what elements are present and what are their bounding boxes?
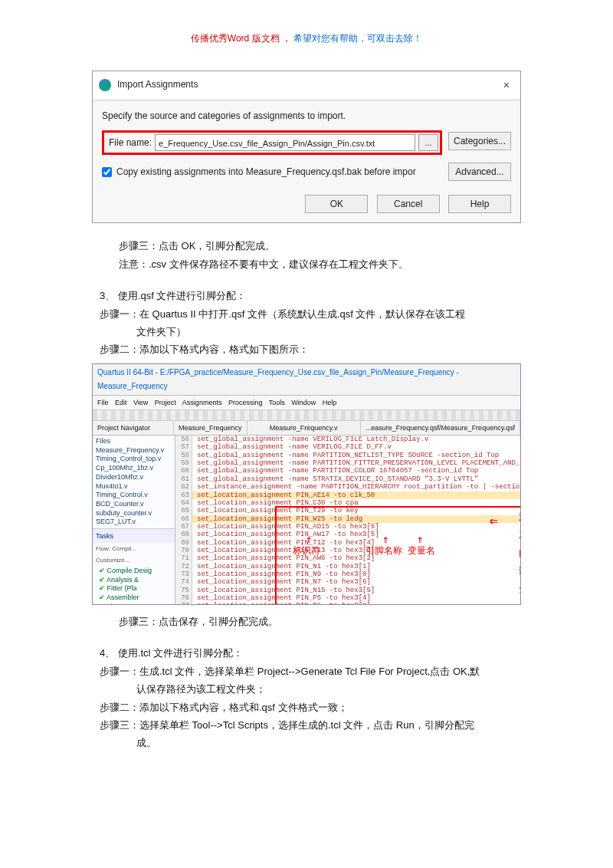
code-line[interactable]: 75set_location_assignment PIN_N15 -to he… bbox=[175, 587, 520, 594]
code-text: set_location_assignment PIN_AD15 -to hex… bbox=[192, 523, 379, 531]
copy-existing-checkbox[interactable] bbox=[102, 167, 112, 177]
task-item[interactable]: Compile Desig bbox=[93, 567, 175, 576]
close-icon[interactable]: × bbox=[499, 76, 514, 95]
code-line[interactable]: 64set_location_assignment PIN_C30 -to cp… bbox=[175, 499, 520, 507]
code-text: set_location_assignment PIN_N1 -to hex3[… bbox=[192, 563, 371, 570]
dialog-title: Import Assignments bbox=[117, 77, 198, 94]
code-text: set_location_assignment PIN_C30 -to cpa bbox=[192, 499, 359, 507]
code-line[interactable]: 61set_global_assignment -name STRATIX_DE… bbox=[175, 475, 520, 483]
code-line[interactable]: 59set_global_assignment -name PARTITION_… bbox=[175, 459, 520, 467]
file-item[interactable]: subduty_counter.v bbox=[96, 509, 172, 518]
annotation-identifier: 标识符 bbox=[293, 543, 320, 560]
section-4-step1b: 认保存路径为该工程文件夹； bbox=[136, 680, 567, 698]
file-item[interactable]: Measure_Frequency.v bbox=[96, 446, 172, 455]
task-item[interactable]: TimeQuest bbox=[93, 603, 175, 604]
code-line[interactable]: 56set_global_assignment -name VERILOG_FI… bbox=[175, 436, 520, 443]
header-note: 传播优秀Word 版文档 ， 希望对您有帮助，可双击去除！ bbox=[46, 31, 567, 48]
line-number: 56 bbox=[175, 436, 192, 443]
section-3-step2: 步骤二：添加以下格式内容，格式如下图所示： bbox=[136, 340, 567, 358]
tasks-panel-title: Tasks bbox=[93, 528, 175, 543]
flow-label[interactable]: Flow: Compil... Customize... bbox=[93, 543, 175, 567]
code-line[interactable]: 76set_location_assignment PIN_P5 -to hex… bbox=[175, 594, 520, 602]
line-number: 68 bbox=[175, 531, 192, 538]
task-item[interactable]: Fitter (Pla bbox=[93, 584, 175, 593]
line-number: 58 bbox=[175, 452, 192, 459]
code-text: set_global_assignment -name VERILOG_FILE… bbox=[192, 443, 392, 451]
qsf-code-editor[interactable]: 56set_global_assignment -name VERILOG_FI… bbox=[175, 436, 520, 604]
code-line[interactable]: 65set_location_assignment PIN_T29 -to ke… bbox=[175, 507, 520, 515]
line-number: 61 bbox=[175, 475, 192, 483]
quartus-tab-row: Project Navigator Measure_Frequency Meas… bbox=[93, 421, 520, 436]
code-line[interactable]: 62set_instance_assignment -name PARTITIO… bbox=[175, 483, 520, 491]
file-item[interactable]: SEG7_LUT.v bbox=[96, 518, 172, 527]
line-number: 65 bbox=[175, 507, 192, 515]
browse-button[interactable]: ... bbox=[418, 134, 438, 151]
code-text: set_global_assignment -name VERILOG_FILE… bbox=[192, 436, 428, 443]
project-navigator-label: Project Navigator bbox=[93, 421, 174, 435]
file-item[interactable]: Files bbox=[96, 437, 172, 446]
header-red: 传播优秀Word 版文档 ， bbox=[191, 33, 291, 44]
code-text: set_instance_assignment -name PARTITION_… bbox=[192, 483, 520, 491]
code-line[interactable]: 74set_location_assignment PIN_N7 -to hex… bbox=[175, 578, 520, 586]
files-list[interactable]: FilesMeasure_Frequency.vTiming_Control_t… bbox=[93, 436, 175, 528]
file-name-row: File name: e_Frequency_Use.csv_file_Assi… bbox=[102, 130, 442, 155]
code-text: set_location_assignment PIN_P5 -to hex3[… bbox=[192, 594, 371, 602]
code-line[interactable]: 72set_location_assignment PIN_N1 -to hex… bbox=[175, 563, 520, 570]
cancel-button[interactable]: Cancel bbox=[377, 195, 440, 213]
tab-measure-frequency[interactable]: Measure_Frequency bbox=[174, 421, 247, 435]
tab-measure-frequency-v[interactable]: Measure_Frequency.v bbox=[247, 421, 361, 435]
section-4-title: 4、 使用.tcl 文件进行引脚分配： bbox=[100, 644, 536, 662]
code-line[interactable]: 60set_global_assignment -name PARTITION_… bbox=[175, 467, 520, 475]
code-text: set_location_assignment PIN_N15 -to hex3… bbox=[192, 587, 375, 594]
line-number: 76 bbox=[175, 594, 192, 602]
dialog-description: Specify the source and categories of ass… bbox=[102, 108, 511, 125]
file-item[interactable]: Timing_Control_top.v bbox=[96, 455, 172, 464]
line-number: 72 bbox=[175, 563, 192, 570]
tasks-list[interactable]: Compile DesigAnalysis & Fitter (PlaAssem… bbox=[93, 567, 175, 604]
code-line[interactable]: 63set_location_assignment PIN_AE14 -to c… bbox=[175, 492, 520, 499]
code-line[interactable]: 70set_location_assignment PIN_T13 -to he… bbox=[175, 547, 520, 554]
ok-button[interactable]: OK bbox=[305, 195, 368, 213]
code-text: set_global_assignment -name STRATIX_DEVI… bbox=[192, 475, 478, 483]
advanced-button[interactable]: Advanced... bbox=[448, 163, 511, 181]
section-3-step3: 步骤三：点击保存，引脚分配完成。 bbox=[119, 613, 536, 630]
annotation-pin-name: 引脚名称 bbox=[366, 543, 402, 560]
line-number: 77 bbox=[175, 602, 192, 604]
code-line[interactable]: 69set_location_assignment PIN_T12 -to he… bbox=[175, 539, 520, 547]
section-3-step1a: 步骤一：在 Quartus II 中打开.qsf 文件（系统默认生成.qsf 文… bbox=[136, 305, 567, 323]
file-item[interactable]: Mux4to1.v bbox=[96, 482, 172, 492]
annotation-added-part: 添加的部分 bbox=[519, 508, 520, 597]
code-text: set_location_assignment PIN_AE14 -to clk… bbox=[192, 492, 375, 499]
file-name-input[interactable]: e_Frequency_Use.csv_file_Assign_Pin/Assi… bbox=[155, 134, 415, 151]
tab-qsf[interactable]: ...easure_Frequency.qsf/Measure_Frequenc… bbox=[361, 421, 520, 435]
code-text: set_location_assignment PIN_W25 -to ledg bbox=[192, 515, 362, 523]
line-number: 69 bbox=[175, 539, 192, 547]
dialog-titlebar: Import Assignments × bbox=[93, 71, 520, 100]
code-line[interactable]: 67set_location_assignment PIN_AD15 -to h… bbox=[175, 523, 520, 531]
code-line[interactable]: 58set_global_assignment -name PARTITION_… bbox=[175, 452, 520, 459]
line-number: 75 bbox=[175, 587, 192, 594]
code-line[interactable]: 71set_location_assignment PIN_AW6 -to he… bbox=[175, 554, 520, 562]
quartus-toolbar[interactable] bbox=[93, 410, 520, 421]
code-line[interactable]: 57set_global_assignment -name VERILOG_FI… bbox=[175, 443, 520, 451]
globe-icon bbox=[99, 79, 111, 91]
code-text: set_global_assignment -name PARTITION_NE… bbox=[192, 452, 499, 459]
section-3-title: 3、 使用.qsf 文件进行引脚分配： bbox=[100, 287, 536, 304]
task-item[interactable]: Assembler bbox=[93, 593, 175, 603]
code-line[interactable]: 77set_location_assignment PIN_P6 -to hex… bbox=[175, 602, 520, 604]
file-item[interactable]: Divider10Mhz.v bbox=[96, 473, 172, 482]
code-line[interactable]: 66set_location_assignment PIN_W25 -to le… bbox=[175, 515, 520, 523]
code-text: set_global_assignment -name PARTITION_FI… bbox=[192, 459, 520, 467]
task-item[interactable]: Analysis & bbox=[93, 576, 175, 585]
file-item[interactable]: BCD_Counter.v bbox=[96, 500, 172, 509]
code-text: set_global_assignment -name PARTITION_CO… bbox=[192, 467, 478, 475]
code-text: set_location_assignment PIN_T29 -to key bbox=[192, 507, 359, 515]
quartus-menu-bar[interactable]: File Edit View Project Assignments Proce… bbox=[93, 396, 520, 410]
file-item[interactable]: Cp_100Mhz_1hz.v bbox=[96, 464, 172, 473]
file-item[interactable]: Timing_Control.v bbox=[96, 491, 172, 500]
categories-button[interactable]: Categories... bbox=[448, 132, 511, 150]
code-line[interactable]: 73set_location_assignment PIN_N9 -to hex… bbox=[175, 570, 520, 578]
import-assignments-dialog: Import Assignments × Specify the source … bbox=[92, 71, 521, 224]
help-button[interactable]: Help bbox=[448, 195, 511, 213]
code-line[interactable]: 68set_location_assignment PIN_AW17 -to h… bbox=[175, 531, 520, 538]
